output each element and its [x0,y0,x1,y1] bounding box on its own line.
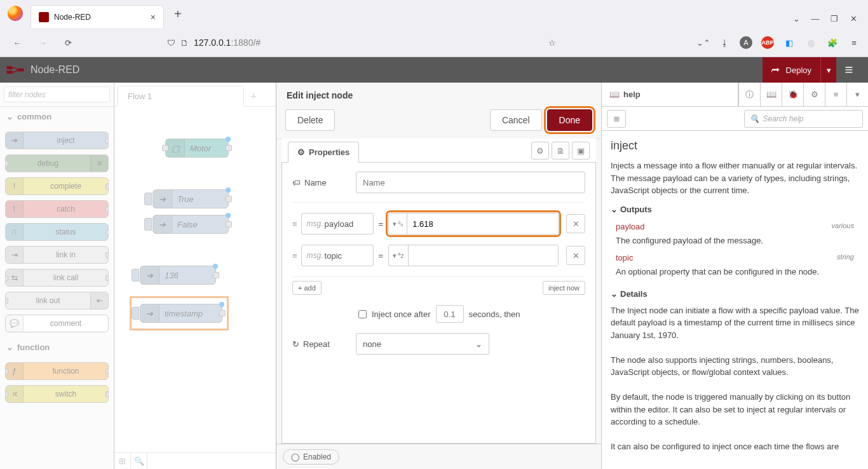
delete-row-button[interactable]: ✕ [566,246,585,265]
back-button[interactable]: ← [8,33,27,52]
palette-category-function[interactable]: ⌄function [0,337,114,357]
flow-canvas[interactable]: ▢Motor ➔True ➔False ➔136 ➔timestamp [114,107,276,452]
repeat-select[interactable]: none⌄ [356,333,489,355]
palette-node-comment[interactable]: 💬comment [5,315,109,332]
msg-property-input[interactable]: msg.payload [301,213,374,234]
help-search-input[interactable]: 🔍Search help [744,110,864,128]
typed-input-payload[interactable]: ▾ ⁰₉ [388,213,559,234]
inject-once-suffix: seconds, then [469,309,520,319]
help-icon[interactable]: 📖 [760,83,782,106]
palette-node-status[interactable]: ⎍status [5,223,109,241]
palette-filter-input[interactable] [4,86,110,102]
footer-search-icon[interactable]: 🔍 [131,453,147,469]
info-icon[interactable]: ⓘ [738,83,760,106]
details-p1: The Inject node can initiate a flow with… [611,304,859,342]
nodered-header: Node-RED ⮫ Deploy ▾ ≡ [0,57,868,83]
inject-now-button[interactable]: inject now [543,281,585,295]
canvas-node-false[interactable]: ➔False [153,215,229,234]
debug-icon[interactable]: 🐞 [782,83,803,106]
context-icon[interactable]: ≡ [825,83,846,106]
flow-tab[interactable]: Flow 1 [117,86,244,107]
window-minimize-icon[interactable]: — [806,9,825,28]
canvas-node-136[interactable]: ➔136 [140,266,216,285]
drag-handle-icon[interactable]: ≡ [292,219,297,229]
palette-filter [0,83,114,107]
type-selector[interactable]: ▾ ⁰₉ [389,214,407,234]
tab-properties[interactable]: ⚙Properties [288,142,359,163]
window-restore-icon[interactable]: ❐ [825,9,844,28]
url-box[interactable]: 🛡 🗋 127.0.0.1:1880/# ☆ [160,32,563,53]
browser-tab[interactable]: Node-RED × [31,5,164,28]
tab-desc-icon[interactable]: 🗎 [552,142,569,160]
bookmark-star-icon[interactable]: ☆ [548,38,556,48]
payload-value-input[interactable] [407,214,558,234]
palette-node-link-call[interactable]: ⇆link call [5,269,109,287]
details-p4: It can also be configured to inject once… [611,440,859,453]
enabled-toggle[interactable]: ◯Enabled [283,449,339,465]
sidebar-tab-help[interactable]: 📖help [602,83,738,106]
inject-icon: ➔ [153,215,172,233]
canvas-node-motor[interactable]: ▢Motor [165,139,229,158]
palette-category-common[interactable]: ⌄common [0,107,114,126]
msg-property-input[interactable]: msg.topic [301,245,374,266]
palette-node-switch[interactable]: ⤭switch [5,385,109,403]
typed-input-topic[interactable]: ▾ ªz [388,245,559,266]
palette-node-inject[interactable]: ➔inject [5,132,109,149]
palette-node-link-in[interactable]: ⇥link in [5,246,109,264]
name-row: 🏷Name [292,172,585,193]
ext2-icon[interactable]: ◎ [804,38,817,48]
palette-node-catch[interactable]: !catch [5,200,109,218]
tab-appearance-icon[interactable]: ▣ [572,142,590,160]
palette-node-link-out[interactable]: link out⇤ [5,292,109,309]
tabs-dropdown-icon[interactable]: ⌄ [787,9,806,28]
add-row-button[interactable]: + add [292,281,322,295]
inject-once-checkbox[interactable] [358,310,367,318]
details-heading[interactable]: ⌄Details [611,288,859,301]
inject-icon: ➔ [153,190,172,208]
msg-row-topic: ≡ msg.topic = ▾ ªz ✕ [292,240,585,271]
account-icon[interactable]: A [740,36,752,49]
svg-rect-1 [6,71,13,74]
canvas-node-timestamp[interactable]: ➔timestamp [140,304,222,323]
cancel-button[interactable]: Cancel [490,109,542,131]
deploy-button[interactable]: ⮫ Deploy [763,57,821,83]
palette-node-debug[interactable]: debug≡ [5,154,109,172]
new-tab-button[interactable]: + [169,4,187,24]
tab-env-icon[interactable]: ⚙ [531,142,549,160]
repeat-label: ↻Repeat [292,339,349,349]
palette-node-complete[interactable]: !complete [5,177,109,195]
url-text: 127.0.0.1:1880/# [194,37,543,48]
pocket-icon[interactable]: ⌄⌃ [696,38,709,48]
outputs-heading[interactable]: ⌄Outputs [611,203,859,216]
palette-list-common: ➔inject debug≡ !complete !catch ⎍status … [0,126,114,337]
repeat-icon: ↻ [292,339,299,349]
config-icon[interactable]: ⚙ [803,83,825,106]
palette-node-function[interactable]: ƒfunction [5,362,109,380]
topic-value-input[interactable] [409,245,558,266]
window-close-icon[interactable]: ✕ [844,9,863,28]
main-menu-icon[interactable]: ≡ [836,57,862,83]
canvas-node-true[interactable]: ➔True [153,189,229,208]
name-input[interactable] [356,172,585,193]
app-menu-icon[interactable]: ≡ [848,38,860,48]
abp-icon[interactable]: ABP [761,36,774,49]
dropdown-icon[interactable]: ▾ [846,83,868,106]
downloads-icon[interactable]: ⭳ [718,38,731,48]
add-flow-button[interactable]: + [244,87,263,106]
address-bar: ← → ⟳ 🛡 🗋 127.0.0.1:1880/# ☆ ⌄⌃ ⭳ A ABP … [0,28,868,57]
reload-button[interactable]: ⟳ [58,33,78,52]
drag-handle-icon[interactable]: ≡ [292,251,297,261]
footer-nav-icon[interactable]: ⊞ [114,453,131,469]
deploy-dropdown[interactable]: ▾ [821,57,836,83]
toc-icon[interactable]: ≣ [607,110,626,128]
inject-once-seconds-input[interactable] [436,305,464,323]
tray-tabs: ⚙Properties ⚙ 🗎 ▣ [281,139,596,163]
delete-row-button[interactable]: ✕ [566,214,585,233]
main-layout: ⌄common ➔inject debug≡ !complete !catch … [0,83,868,469]
type-selector[interactable]: ▾ ªz [389,245,409,266]
extensions-icon[interactable]: 🧩 [826,38,839,48]
close-tab-icon[interactable]: × [151,12,156,22]
done-button[interactable]: Done [547,109,592,131]
ext1-icon[interactable]: ◧ [783,38,796,48]
delete-button[interactable]: Delete [285,109,335,131]
